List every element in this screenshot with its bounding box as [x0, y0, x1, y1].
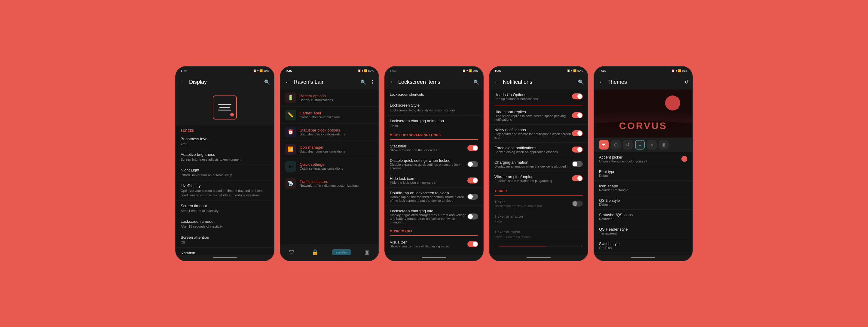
back-button-ravens[interactable]: ← [284, 79, 291, 85]
search-icon-notifications[interactable]: 🔍 [578, 79, 584, 85]
item-sub: Double tap on the top third or bottom sh… [390, 195, 467, 202]
lockscreen-shortcuts-label[interactable]: Lockscreen shortcuts [385, 90, 483, 100]
list-item[interactable]: Visualizer Show visualizer bars while pl… [385, 237, 483, 251]
ticker-toggle[interactable] [572, 201, 583, 206]
back-button-display[interactable]: ← [180, 79, 187, 85]
more-icon-ravens[interactable]: ⋮ [370, 79, 375, 85]
nav-item-lock[interactable]: 🔒 [308, 248, 322, 257]
list-item[interactable]: Rotation Autorotation, 0, 90, 180, 270 d… [176, 248, 274, 255]
item-sub: Battery customizations [300, 98, 333, 102]
list-item[interactable]: Font type Default [594, 166, 692, 181]
theme-icon-refresh[interactable]: ↺ [623, 140, 633, 150]
item-sub: Rounded [599, 217, 633, 221]
slider-decrease-icon[interactable]: − [494, 243, 497, 248]
theme-icon-heart[interactable]: ❤ [599, 140, 609, 150]
list-item[interactable]: ✏️ Carrier label Carrier label customiza… [280, 107, 378, 124]
slider-fill [499, 246, 547, 247]
history-icon-themes[interactable]: ↺ [685, 79, 688, 85]
item-title: Statusbar [390, 144, 439, 148]
list-item[interactable]: ⊞ Quick settings Quick settings customiz… [280, 158, 378, 175]
list-item[interactable]: Heads Up Options Pop up statusbar notifi… [490, 90, 588, 104]
search-icon-lockscreen[interactable]: 🔍 [473, 79, 479, 85]
slider-increase-icon[interactable]: + [580, 243, 583, 248]
vibrate-plug-toggle[interactable] [572, 175, 583, 182]
item-text: Lockscreen charging info Display negocia… [390, 209, 467, 224]
visualizer-toggle[interactable] [467, 241, 478, 247]
item-sub: Show visualizer bars while playing music [390, 244, 450, 248]
item-title: Font type [599, 169, 615, 174]
list-item[interactable]: 📡 Traffic indicators Network traffic ind… [280, 175, 378, 192]
display-icon-area [176, 90, 274, 126]
list-item[interactable]: Hide lock icon Hide the lock icon on loc… [385, 173, 483, 188]
list-item[interactable]: Force close notifications Show a dialog … [490, 143, 588, 157]
accent-color-dot [681, 156, 687, 162]
list-item[interactable]: Charging animation Display an animation … [490, 157, 588, 171]
back-button-themes[interactable]: ← [598, 79, 605, 85]
ticker-duration-slider[interactable]: − + [490, 242, 588, 251]
heads-up-toggle[interactable] [572, 93, 583, 99]
list-item[interactable]: Night Light Off/Will never turn on autom… [176, 165, 274, 181]
battery-icon: 🔋 [285, 93, 296, 103]
lights-section-header: LIGHTS [490, 251, 588, 254]
list-item[interactable]: Hide smart replies Hide smart replies to… [490, 107, 588, 125]
list-item[interactable]: 🔋 Battery options Battery customizations [280, 90, 378, 107]
statusbar-toggle[interactable] [467, 145, 478, 151]
list-item[interactable]: Statusbar Show statusbar on the lockscre… [385, 141, 483, 155]
theme-icon-close[interactable]: ✕ [647, 140, 657, 150]
top-bar-icons-display: 🔍 [264, 79, 270, 85]
page-title-ravens: Raven's Lair [293, 79, 358, 85]
back-button-notifications[interactable]: ← [493, 79, 500, 85]
theme-icon-clipboard[interactable]: ≡ [635, 140, 645, 150]
list-item[interactable]: Vibrate on plug/unplug Enable/disable vi… [490, 171, 588, 186]
search-icon-ravens[interactable]: 🔍 [360, 79, 366, 85]
list-item[interactable]: Adaptive brightness Screen brightness ad… [176, 149, 274, 165]
list-item[interactable]: Screen attention Off [176, 232, 274, 248]
list-item[interactable]: Brightness level 73% [176, 134, 274, 149]
nav-item-statusbar[interactable]: Statusbar [332, 249, 351, 255]
list-item[interactable]: Double-tap on lockscreen to sleep Double… [385, 188, 483, 206]
back-button-lockscreen[interactable]: ← [389, 79, 396, 85]
item-title: Ticker animation [494, 214, 583, 219]
list-item[interactable]: Lockscreen timeout After 15 seconds of i… [176, 216, 274, 232]
list-item[interactable]: Lockscreen charging info Display negocia… [385, 206, 483, 227]
item-text: Carrier label Carrier label customizatio… [300, 111, 341, 119]
item-text: Heads Up Options Pop up statusbar notifi… [494, 93, 538, 101]
theme-icon-bluetooth[interactable]: ⬡ [611, 140, 621, 150]
item-sub: Pop up statusbar notifications [494, 97, 538, 101]
charging-info-toggle[interactable] [467, 214, 478, 220]
list-item[interactable]: Media artwork Show media cover art as th… [385, 251, 483, 254]
search-icon-display[interactable]: 🔍 [264, 79, 270, 85]
nav-item-grid[interactable]: ▣ [361, 248, 373, 257]
list-item[interactable]: LiveDisplay Optimize your screen based o… [176, 181, 274, 201]
list-item[interactable]: Switch style OnePlus [594, 238, 692, 253]
double-tap-toggle[interactable] [467, 194, 478, 200]
slider-track[interactable] [499, 246, 578, 247]
list-item[interactable]: Disable quick settings when locked Disab… [385, 155, 483, 173]
item-title: Switch style [599, 241, 620, 246]
list-item[interactable]: QS Header style Transparent [594, 224, 692, 238]
item-text: Traffic indicators Network traffic indic… [300, 179, 359, 187]
list-item[interactable]: 📶 Icon manager Statusbar icons customiza… [280, 141, 378, 158]
list-item[interactable]: Noisy notifications Play sound and vibra… [490, 125, 588, 143]
list-item[interactable]: Accent picker Choose the accent color yo… [594, 152, 692, 166]
disable-qs-toggle[interactable] [467, 161, 478, 167]
list-item[interactable]: Lockscreen Style Lockscreen clock, date … [385, 100, 483, 116]
smart-replies-toggle[interactable] [572, 112, 583, 118]
force-close-toggle[interactable] [572, 146, 583, 153]
home-bar-4 [490, 255, 588, 261]
noisy-notif-toggle[interactable] [572, 130, 583, 136]
theme-icon-delete[interactable]: 🗑 [659, 140, 669, 150]
nav-item-shield[interactable]: 🛡 [285, 248, 298, 257]
list-item[interactable]: Lockscreen charging animation Flash [385, 116, 483, 131]
charging-anim-toggle[interactable] [572, 161, 583, 167]
list-item[interactable]: Statusbar/QS icons Rounded [594, 209, 692, 224]
item-title: Statusbar/QS icons [599, 212, 633, 217]
list-item[interactable]: Ticker Notification preview in status ba… [490, 197, 588, 211]
list-item[interactable]: Icon shape Rounded Rectangle [594, 181, 692, 195]
list-item[interactable]: Screen timeout After 1 minute of inactiv… [176, 201, 274, 216]
list-item[interactable]: QS tile style Default [594, 195, 692, 209]
list-item[interactable]: ⏰ Statusbar clock options Statusbar cloc… [280, 124, 378, 141]
hide-lock-icon-toggle[interactable] [467, 177, 478, 184]
phone-lockscreen: 1:36 ⏰ ▾ 📶 80% ← Lockscreen items 🔍 Lock… [384, 66, 484, 261]
item-title: Icon manager [300, 145, 345, 150]
